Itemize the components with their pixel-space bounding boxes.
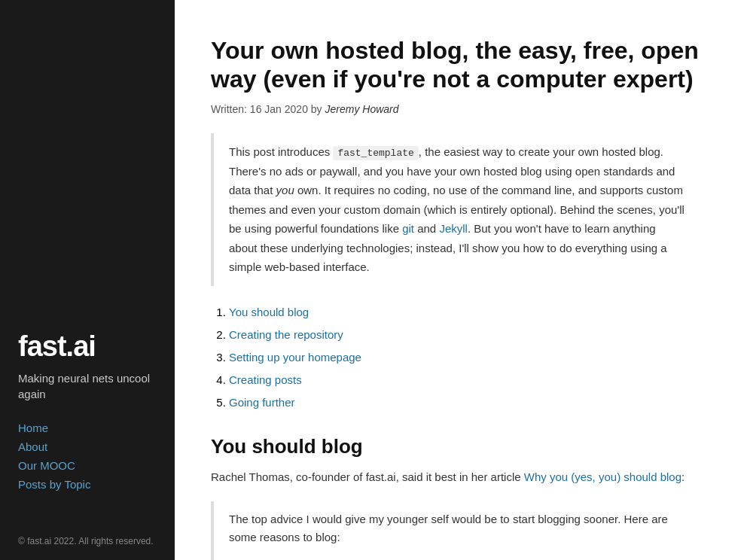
toc-item-1: You should blog [229, 301, 702, 324]
toc-link-1[interactable]: You should blog [229, 306, 309, 318]
sidebar: fast.ai Making neural nets uncool again … [0, 0, 175, 560]
article-title: Your own hosted blog, the easy, free, op… [211, 36, 702, 94]
article-meta: Written: 16 Jan 2020 by Jeremy Howard [211, 103, 702, 115]
sidebar-bottom: © fast.ai 2022. All rights reserved. [0, 522, 175, 560]
toc-item-4: Creating posts [229, 369, 702, 391]
sidebar-item-home[interactable]: Home [18, 420, 157, 436]
why-blog-link[interactable]: Why you (yes, you) should blog [524, 470, 681, 483]
toc-link-2[interactable]: Creating the repository [229, 328, 343, 341]
copyright-text: © fast.ai 2022. All rights reserved. [18, 534, 157, 548]
blockquote2-text: The top advice I would give my younger s… [229, 510, 687, 546]
blog-reasons-list: It's like a resume, only better. I know … [253, 555, 687, 560]
article-meta-prefix: Written: 16 Jan 2020 by [211, 103, 325, 115]
table-of-contents: You should blog Creating the repository … [229, 301, 702, 414]
git-link[interactable]: git [402, 222, 414, 235]
section1-intro-para: Rachel Thomas, co-founder of fast.ai, sa… [211, 467, 702, 487]
intro-code: fast_template [333, 146, 418, 160]
toc-item-2: Creating the repository [229, 324, 702, 346]
sidebar-top: fast.ai Making neural nets uncool again … [0, 0, 175, 522]
intro-text: This post introduces fast_template, the … [229, 145, 684, 274]
jekyll-link[interactable]: Jekyll [439, 222, 468, 235]
toc-link-4[interactable]: Creating posts [229, 373, 302, 386]
toc-link-5[interactable]: Going further [229, 396, 295, 409]
toc-item-5: Going further [229, 391, 702, 414]
sidebar-item-mooc[interactable]: Our MOOC [18, 458, 157, 473]
site-logo: fast.ai [18, 331, 157, 363]
toc-item-3: Setting up your homepage [229, 346, 702, 369]
sidebar-nav: Home About Our MOOC Posts by Topic [18, 420, 157, 492]
list-item: It's like a resume, only better. I know … [253, 555, 687, 560]
sidebar-item-posts-by-topic[interactable]: Posts by Topic [18, 476, 157, 492]
site-tagline: Making neural nets uncool again [18, 370, 157, 402]
intro-blockquote: This post introduces fast_template, the … [211, 133, 702, 286]
toc-link-3[interactable]: Setting up your homepage [229, 351, 361, 364]
section1-heading: You should blog [211, 435, 702, 458]
rachel-blockquote: The top advice I would give my younger s… [211, 501, 702, 560]
article-author: Jeremy Howard [325, 103, 399, 115]
main-content: Your own hosted blog, the easy, free, op… [175, 0, 747, 560]
sidebar-item-about[interactable]: About [18, 439, 157, 455]
